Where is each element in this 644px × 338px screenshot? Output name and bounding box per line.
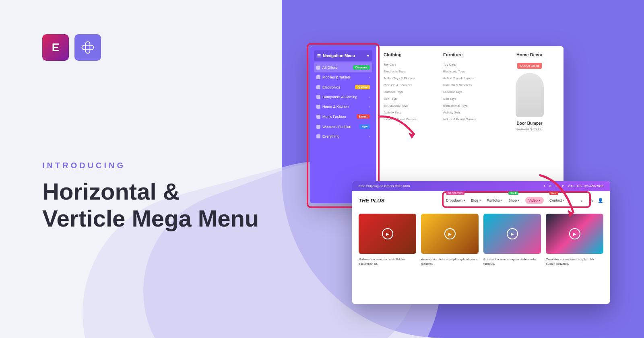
menu-link[interactable]: Educational Toys	[443, 102, 491, 109]
chevron-down-icon: ▾	[518, 199, 520, 202]
mega-menu-column: FurnitureToy CarsElectronic ToysAction T…	[443, 52, 491, 197]
menu-link[interactable]: Indoor & Board Games	[443, 116, 491, 123]
nav-item[interactable]: Everything›	[314, 132, 372, 141]
video-thumbnail: ▶	[421, 214, 479, 254]
skype-icon[interactable]: S	[556, 184, 558, 188]
nav-item-icon	[316, 115, 320, 119]
nav-item-icon	[316, 75, 320, 79]
menu-link[interactable]: Indoor & Board Games	[384, 116, 431, 123]
hero-title: Horizontal & Verticle Mega Menu	[42, 178, 259, 232]
nav-tag: New	[549, 192, 558, 195]
menu-link[interactable]: Ride On & Scooters	[443, 82, 491, 89]
nav-item-contact[interactable]: NewContact ▾	[549, 197, 565, 204]
nav-item-icon	[316, 134, 320, 138]
menu-link[interactable]: Soft Toys	[443, 95, 491, 102]
col-title: Home Decor	[503, 52, 556, 57]
chevron-right-icon: ›	[369, 76, 370, 79]
menu-link[interactable]: Electronic Toys	[443, 68, 491, 75]
pinterest-icon[interactable]: P	[562, 184, 564, 188]
cart-icon[interactable]: 🛍	[588, 198, 593, 203]
nav-tag: SALE	[508, 192, 518, 195]
menu-link[interactable]: Toy Cars	[443, 61, 491, 68]
svg-rect-1	[82, 45, 94, 50]
nav-item[interactable]: Women's FashionNew	[314, 122, 372, 132]
nav-header[interactable]: ☰ Navigation Menu ▾	[314, 50, 372, 61]
twitter-icon[interactable]: ✕	[549, 184, 552, 188]
product-image	[516, 73, 544, 117]
nav-item[interactable]: Men's FashionLatest	[314, 111, 372, 122]
video-card[interactable]: ▶Aenean non felis suscipit turpis aliqua…	[421, 214, 479, 266]
play-icon: ▶	[382, 228, 393, 239]
search-icon[interactable]: ⌕	[581, 198, 584, 203]
hamburger-icon: ☰	[317, 54, 321, 58]
nav-item-icon	[316, 95, 320, 99]
horizontal-menu-panel: Free Shipping on Orders Over $100 f ✕ S …	[352, 181, 610, 304]
svg-rect-0	[86, 42, 90, 54]
menu-link[interactable]: Action Toys & Figures	[384, 75, 431, 82]
nav-item-icon	[316, 125, 320, 129]
vertical-nav-sidebar: ☰ Navigation Menu ▾ All OffersDiscountMo…	[310, 46, 376, 203]
nav-item-blog[interactable]: Blog ▾	[471, 197, 481, 204]
nav-item[interactable]: ElectronicsSpecial	[314, 82, 372, 92]
call-us-text: CALL US: 123-456-7890	[568, 184, 603, 188]
logo-row: E	[42, 34, 101, 61]
facebook-icon[interactable]: f	[544, 184, 545, 188]
nav-badge: Special	[355, 85, 370, 89]
nav-item-shop[interactable]: SALEShop ▾	[508, 197, 520, 204]
horizontal-nav: THE PLUS DROPDOWNDropdown ▾Blog ▾Portfol…	[352, 191, 610, 210]
video-thumbnail: ▶	[483, 214, 541, 254]
topbar-right: f ✕ S P CALL US: 123-456-7890	[544, 184, 603, 188]
user-icon[interactable]: 👤	[598, 198, 603, 203]
chevron-right-icon: ›	[369, 135, 370, 138]
chevron-down-icon: ▾	[501, 199, 503, 202]
nav-item-portfolio[interactable]: Portfolio ▾	[487, 197, 503, 204]
product-price: $ 34.00$ 32.00	[503, 127, 556, 131]
menu-link[interactable]: Action Toys & Figures	[443, 75, 491, 82]
video-card[interactable]: ▶Praesent a sem a sapien malesuada tempu…	[483, 214, 541, 266]
col-title: Clothing	[384, 52, 431, 57]
nav-menu: DROPDOWNDropdown ▾Blog ▾Portfolio ▾SALES…	[446, 197, 565, 204]
chevron-down-icon: ▾	[464, 199, 465, 202]
play-icon: ▶	[444, 228, 456, 239]
menu-link[interactable]: Electronic Toys	[384, 68, 431, 75]
vertical-menu-panel: ☰ Navigation Menu ▾ All OffersDiscountMo…	[310, 46, 564, 203]
nav-badge: Latest	[357, 114, 370, 119]
stock-badge: Out Of Stock	[517, 63, 542, 69]
topbar-text: Free Shipping on Orders Over $100	[359, 184, 410, 188]
nav-actions: ⌕ 🛍 👤	[581, 198, 603, 203]
menu-link[interactable]: Outdoor Toys	[443, 89, 491, 95]
hero-eyebrow: INTRODUCING	[42, 161, 259, 170]
chevron-down-icon: ▾	[367, 54, 369, 58]
card-caption: Praesent a sem a sapien malesuada tempus…	[483, 257, 541, 266]
play-icon: ▶	[569, 228, 580, 239]
elementor-logo-icon: E	[42, 34, 69, 61]
menu-link[interactable]: Activity Sets	[443, 109, 491, 116]
nav-item-video[interactable]: Video ▾	[525, 197, 544, 204]
menu-link[interactable]: Toy Cars	[384, 61, 431, 68]
nav-badge: Discount	[353, 65, 370, 70]
nav-item[interactable]: Computers & Gaming›	[314, 92, 372, 102]
nav-item[interactable]: All OffersDiscount	[314, 62, 372, 72]
site-logo[interactable]: THE PLUS	[359, 198, 384, 204]
nav-item-icon	[316, 66, 320, 70]
nav-item[interactable]: Home & Kitchen›	[314, 102, 372, 111]
topbar: Free Shipping on Orders Over $100 f ✕ S …	[352, 181, 610, 191]
nav-item-icon	[316, 105, 320, 109]
video-card[interactable]: ▶Nullam non sem nec nisi ultricies accum…	[359, 214, 416, 266]
video-card[interactable]: ▶Curabitur cursus mauris quis nibh aucto…	[546, 214, 603, 266]
plus-addon-logo-icon	[74, 34, 101, 61]
menu-link[interactable]: Ride On & Scooters	[384, 82, 431, 89]
menu-link[interactable]: Activity Sets	[384, 109, 431, 116]
mega-menu-content: ClothingToy CarsElectronic ToysAction To…	[376, 46, 564, 203]
menu-link[interactable]: Educational Toys	[384, 102, 431, 109]
nav-item[interactable]: Mobiles & Tablets›	[314, 72, 372, 82]
card-caption: Nullam non sem nec nisi ultricies accums…	[359, 257, 416, 266]
card-caption: Aenean non felis suscipit turpis aliquam…	[421, 257, 479, 266]
video-cards-row: ▶Nullam non sem nec nisi ultricies accum…	[352, 210, 610, 270]
col-title: Furniture	[443, 52, 491, 57]
menu-link[interactable]: Soft Toys	[384, 95, 431, 102]
product-column: Home Decor Out Of Stock Door Bumper $ 34…	[503, 52, 556, 197]
chevron-down-icon: ▾	[539, 199, 541, 202]
menu-link[interactable]: Outdoor Toys	[384, 89, 431, 95]
nav-item-dropdown[interactable]: DROPDOWNDropdown ▾	[446, 197, 465, 204]
